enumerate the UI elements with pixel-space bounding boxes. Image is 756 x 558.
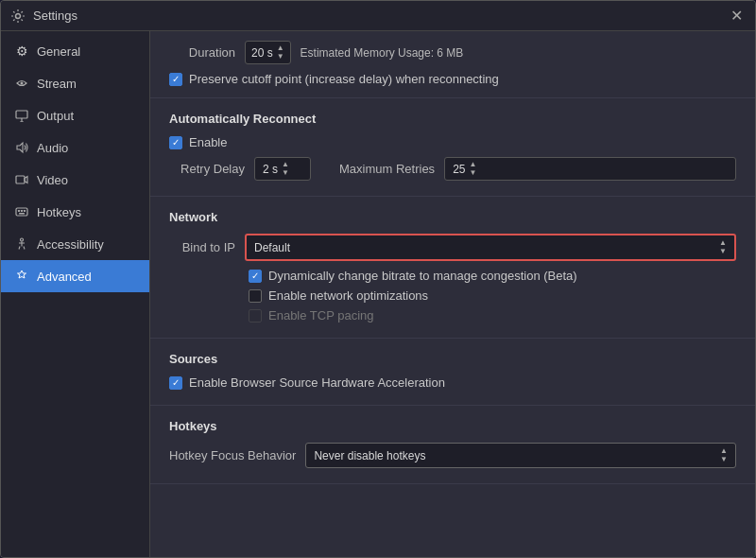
svg-point-0 (16, 13, 21, 18)
svg-rect-2 (16, 111, 27, 118)
auto-reconnect-section: Automatically Reconnect Enable Retry Del… (150, 98, 755, 197)
max-retries-arrows: ▲ ▼ (469, 161, 476, 177)
svg-rect-8 (19, 213, 25, 215)
hotkey-focus-arrows: ▲ ▼ (720, 447, 728, 463)
duration-section: Duration 20 s ▲ ▼ Estimated Memory Usage… (150, 31, 755, 98)
dynamic-bitrate-checkbox[interactable] (249, 270, 262, 283)
bind-ip-select[interactable]: Default ▲ ▼ (245, 234, 736, 261)
network-checkboxes: Dynamically change bitrate to manage con… (169, 269, 736, 323)
sidebar-item-output[interactable]: Output (1, 99, 149, 131)
sidebar-label-advanced: Advanced (37, 270, 92, 284)
output-icon (14, 108, 29, 123)
window-title: Settings (33, 9, 77, 23)
sources-section: Sources Enable Browser Source Hardware A… (150, 339, 755, 406)
browser-accel-row: Enable Browser Source Hardware Accelerat… (169, 375, 736, 390)
bind-ip-row: Bind to IP Default ▲ ▼ (169, 234, 736, 261)
settings-icon (10, 9, 26, 24)
bind-ip-down[interactable]: ▼ (719, 248, 727, 255)
hotkeys-section: Hotkeys Hotkey Focus Behavior Never disa… (150, 406, 755, 484)
audio-icon (14, 140, 29, 155)
retry-delay-arrows: ▲ ▼ (282, 161, 289, 177)
network-opt-checkbox[interactable] (249, 289, 262, 303)
retry-delay-down[interactable]: ▼ (282, 169, 289, 177)
tcp-pacing-row: Enable TCP pacing (249, 308, 736, 323)
max-retries-value: 25 (453, 163, 465, 176)
sidebar-label-hotkeys: Hotkeys (37, 205, 81, 219)
sidebar-item-audio[interactable]: Audio (1, 131, 149, 164)
hotkey-focus-select[interactable]: Never disable hotkeys ▲ ▼ (305, 443, 736, 468)
hotkeys-icon (14, 204, 29, 219)
network-opt-label: Enable network optimizations (268, 288, 428, 303)
max-retries-spinbox[interactable]: 25 ▲ ▼ (444, 157, 736, 181)
max-retries-down[interactable]: ▼ (469, 169, 476, 177)
sidebar-item-stream[interactable]: Stream (1, 67, 149, 99)
hotkey-focus-row: Hotkey Focus Behavior Never disable hotk… (169, 443, 736, 468)
duration-row: Duration 20 s ▲ ▼ Estimated Memory Usage… (169, 41, 736, 64)
svg-rect-7 (24, 210, 26, 212)
max-retries-label: Maximum Retries (339, 162, 435, 176)
enable-reconnect-label: Enable (189, 135, 227, 149)
accessibility-icon (14, 236, 29, 252)
retry-delay-spinbox[interactable]: 2 s ▲ ▼ (254, 157, 311, 181)
max-retries-up[interactable]: ▲ (469, 161, 476, 168)
preserve-label: Preserve cutoff point (increase delay) w… (189, 72, 499, 86)
duration-spinbox[interactable]: 20 s ▲ ▼ (245, 41, 291, 64)
svg-rect-6 (21, 210, 23, 212)
general-icon: ⚙ (14, 44, 29, 59)
hotkey-focus-up[interactable]: ▲ (720, 447, 728, 455)
svg-point-1 (21, 82, 24, 85)
close-button[interactable]: ✕ (727, 7, 746, 25)
sidebar-label-video: Video (37, 173, 68, 187)
enable-reconnect-row: Enable (169, 135, 736, 149)
network-header: Network (169, 210, 736, 224)
sidebar-label-output: Output (37, 109, 74, 123)
stream-icon (14, 76, 29, 91)
hotkey-focus-down[interactable]: ▼ (720, 456, 728, 463)
duration-arrows: ▲ ▼ (277, 44, 284, 61)
dynamic-bitrate-row: Dynamically change bitrate to manage con… (249, 269, 736, 283)
enable-reconnect-checkbox[interactable] (169, 136, 182, 149)
hotkey-focus-value: Never disable hotkeys (314, 449, 425, 462)
dynamic-bitrate-label: Dynamically change bitrate to manage con… (268, 269, 577, 283)
retry-delay-up[interactable]: ▲ (282, 161, 289, 168)
content-panel: Duration 20 s ▲ ▼ Estimated Memory Usage… (150, 31, 755, 557)
sidebar-item-general[interactable]: ⚙ General (1, 35, 149, 67)
retry-delay-label: Retry Delay (169, 162, 245, 176)
titlebar: Settings ✕ (1, 1, 755, 31)
tcp-pacing-checkbox[interactable] (249, 309, 262, 323)
sources-header: Sources (169, 352, 736, 366)
bind-ip-value: Default (254, 241, 290, 254)
retry-row: Retry Delay 2 s ▲ ▼ Maximum Retries 25 ▲ (169, 157, 736, 181)
preserve-row: Preserve cutoff point (increase delay) w… (169, 72, 736, 86)
retry-delay-value: 2 s (263, 163, 278, 176)
duration-down-arrow[interactable]: ▼ (277, 53, 284, 61)
sidebar-label-general: General (37, 44, 80, 59)
browser-accel-label: Enable Browser Source Hardware Accelerat… (189, 375, 445, 390)
svg-point-9 (21, 238, 24, 241)
duration-up-arrow[interactable]: ▲ (277, 44, 284, 52)
video-icon (14, 172, 29, 187)
duration-value: 20 s (251, 46, 273, 60)
advanced-icon (14, 269, 29, 284)
svg-rect-5 (18, 210, 20, 212)
sidebar-item-hotkeys[interactable]: Hotkeys (1, 196, 149, 228)
duration-label: Duration (169, 45, 235, 60)
preserve-checkbox[interactable] (169, 73, 182, 86)
browser-accel-checkbox[interactable] (169, 376, 182, 390)
titlebar-left: Settings (10, 9, 77, 24)
hotkey-focus-label: Hotkey Focus Behavior (169, 448, 296, 462)
hotkeys-header: Hotkeys (169, 419, 736, 433)
sidebar-item-video[interactable]: Video (1, 164, 149, 196)
sidebar-item-advanced[interactable]: Advanced (1, 260, 149, 292)
bind-ip-label: Bind to IP (169, 240, 235, 254)
network-section: Network Bind to IP Default ▲ ▼ Dynamica (150, 197, 755, 339)
sidebar-label-audio: Audio (37, 141, 68, 155)
tcp-pacing-label: Enable TCP pacing (268, 308, 374, 323)
bind-ip-up[interactable]: ▲ (719, 239, 727, 247)
network-opt-row: Enable network optimizations (249, 288, 736, 303)
svg-rect-3 (16, 176, 25, 183)
sidebar-item-accessibility[interactable]: Accessibility (1, 228, 149, 260)
bind-ip-arrows: ▲ ▼ (719, 239, 727, 255)
sidebar: ⚙ General Stream (1, 31, 150, 557)
settings-window: Settings ✕ ⚙ General Stream (0, 0, 756, 558)
